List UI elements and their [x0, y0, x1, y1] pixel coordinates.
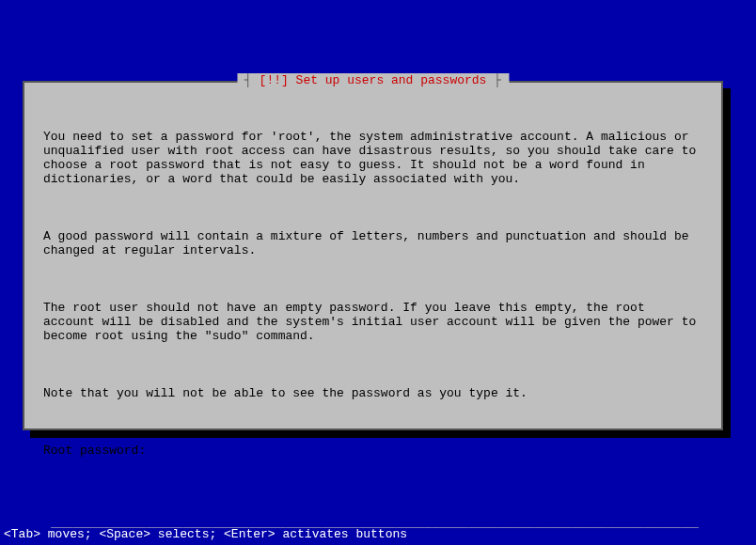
paragraph-1: You need to set a password for 'root', t…: [43, 130, 702, 186]
root-password-input[interactable]: ________________________________________…: [43, 511, 702, 528]
footer-help-text: <Tab> moves; <Space> selects; <Enter> ac…: [4, 527, 407, 541]
paragraph-4: Note that you will not be able to see th…: [43, 386, 702, 400]
installer-dialog: ┤ [!!] Set up users and passwords ├ You …: [23, 81, 723, 430]
dialog-title: [!!] Set up users and passwords: [260, 73, 487, 87]
paragraph-3: The root user should not have an empty p…: [43, 301, 702, 343]
password-prompt-label: Root password:: [43, 444, 702, 458]
title-pipe-right: ├: [486, 73, 501, 87]
title-pipe-left: ┤: [244, 73, 260, 87]
dialog-body: You need to set a password for 'root', t…: [43, 100, 702, 545]
paragraph-2: A good password will contain a mixture o…: [43, 229, 702, 257]
dialog-title-wrap: ┤ [!!] Set up users and passwords ├: [237, 73, 509, 87]
